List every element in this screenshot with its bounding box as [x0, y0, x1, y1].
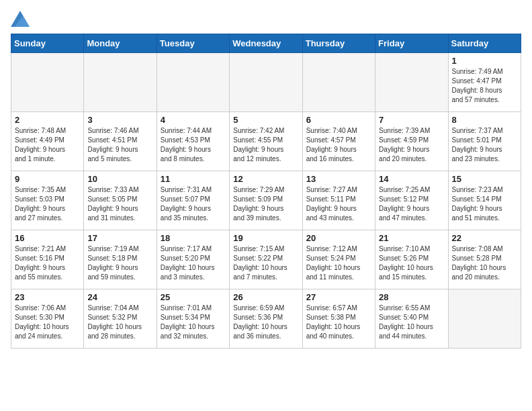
logo-icon	[11, 11, 30, 27]
day-info: Sunrise: 7:15 AM Sunset: 5:22 PM Dayligh…	[233, 244, 298, 282]
day-info: Sunrise: 7:21 AM Sunset: 5:16 PM Dayligh…	[15, 244, 80, 282]
day-cell: 2Sunrise: 7:48 AM Sunset: 4:49 PM Daylig…	[11, 112, 84, 171]
day-info: Sunrise: 7:10 AM Sunset: 5:26 PM Dayligh…	[379, 244, 444, 282]
day-cell: 1Sunrise: 7:49 AM Sunset: 4:47 PM Daylig…	[448, 53, 521, 112]
day-number: 3	[87, 115, 152, 125]
header-day-sunday: Sunday	[11, 34, 84, 53]
day-number: 6	[306, 115, 371, 125]
day-cell	[448, 289, 521, 349]
day-info: Sunrise: 7:33 AM Sunset: 5:05 PM Dayligh…	[87, 185, 152, 223]
day-info: Sunrise: 7:46 AM Sunset: 4:51 PM Dayligh…	[87, 126, 152, 164]
calendar-header: SundayMondayTuesdayWednesdayThursdayFrid…	[11, 34, 521, 53]
day-number: 10	[87, 174, 152, 184]
header-day-saturday: Saturday	[448, 34, 521, 53]
day-number: 4	[161, 115, 226, 125]
day-cell: 25Sunrise: 7:01 AM Sunset: 5:34 PM Dayli…	[157, 289, 229, 349]
day-cell: 4Sunrise: 7:44 AM Sunset: 4:53 PM Daylig…	[157, 112, 229, 171]
day-cell: 9Sunrise: 7:35 AM Sunset: 5:03 PM Daylig…	[11, 171, 84, 230]
day-info: Sunrise: 7:40 AM Sunset: 4:57 PM Dayligh…	[306, 126, 371, 164]
day-cell: 26Sunrise: 6:59 AM Sunset: 5:36 PM Dayli…	[230, 289, 302, 349]
day-cell	[375, 53, 448, 112]
page-header	[11, 11, 521, 27]
day-info: Sunrise: 7:49 AM Sunset: 4:47 PM Dayligh…	[452, 67, 517, 105]
day-info: Sunrise: 7:04 AM Sunset: 5:32 PM Dayligh…	[87, 304, 152, 341]
day-cell: 3Sunrise: 7:46 AM Sunset: 4:51 PM Daylig…	[84, 112, 157, 171]
logo	[11, 11, 32, 27]
day-info: Sunrise: 7:27 AM Sunset: 5:11 PM Dayligh…	[306, 185, 371, 223]
day-number: 24	[87, 292, 152, 302]
day-cell	[84, 53, 157, 112]
header-day-tuesday: Tuesday	[157, 34, 229, 53]
day-number: 27	[306, 292, 371, 302]
week-row-4: 23Sunrise: 7:06 AM Sunset: 5:30 PM Dayli…	[11, 289, 521, 349]
day-number: 11	[161, 174, 226, 184]
day-number: 7	[379, 115, 444, 125]
week-row-3: 16Sunrise: 7:21 AM Sunset: 5:16 PM Dayli…	[11, 230, 521, 289]
day-info: Sunrise: 7:19 AM Sunset: 5:18 PM Dayligh…	[87, 244, 152, 282]
day-number: 23	[15, 292, 80, 302]
day-cell: 22Sunrise: 7:08 AM Sunset: 5:28 PM Dayli…	[448, 230, 521, 289]
day-number: 16	[15, 233, 80, 243]
day-number: 15	[452, 174, 517, 184]
day-number: 21	[379, 233, 444, 243]
day-number: 19	[233, 233, 298, 243]
day-number: 5	[233, 115, 298, 125]
day-cell: 27Sunrise: 6:57 AM Sunset: 5:38 PM Dayli…	[302, 289, 375, 349]
week-row-2: 9Sunrise: 7:35 AM Sunset: 5:03 PM Daylig…	[11, 171, 521, 230]
day-info: Sunrise: 7:08 AM Sunset: 5:28 PM Dayligh…	[452, 244, 517, 282]
day-info: Sunrise: 7:48 AM Sunset: 4:49 PM Dayligh…	[15, 126, 80, 164]
day-cell: 13Sunrise: 7:27 AM Sunset: 5:11 PM Dayli…	[302, 171, 375, 230]
header-day-friday: Friday	[375, 34, 448, 53]
day-number: 2	[15, 115, 80, 125]
day-number: 13	[306, 174, 371, 184]
header-day-monday: Monday	[84, 34, 157, 53]
day-info: Sunrise: 7:44 AM Sunset: 4:53 PM Dayligh…	[161, 126, 226, 164]
day-number: 17	[87, 233, 152, 243]
day-info: Sunrise: 6:55 AM Sunset: 5:40 PM Dayligh…	[379, 304, 444, 341]
day-info: Sunrise: 6:57 AM Sunset: 5:38 PM Dayligh…	[306, 304, 371, 341]
day-info: Sunrise: 7:37 AM Sunset: 5:01 PM Dayligh…	[452, 126, 517, 164]
day-cell: 28Sunrise: 6:55 AM Sunset: 5:40 PM Dayli…	[375, 289, 448, 349]
day-cell: 6Sunrise: 7:40 AM Sunset: 4:57 PM Daylig…	[302, 112, 375, 171]
day-info: Sunrise: 7:42 AM Sunset: 4:55 PM Dayligh…	[233, 126, 298, 164]
day-cell: 19Sunrise: 7:15 AM Sunset: 5:22 PM Dayli…	[230, 230, 302, 289]
day-number: 25	[161, 292, 226, 302]
day-number: 9	[15, 174, 80, 184]
day-cell: 8Sunrise: 7:37 AM Sunset: 5:01 PM Daylig…	[448, 112, 521, 171]
day-number: 28	[379, 292, 444, 302]
day-cell: 12Sunrise: 7:29 AM Sunset: 5:09 PM Dayli…	[230, 171, 302, 230]
day-info: Sunrise: 7:39 AM Sunset: 4:59 PM Dayligh…	[379, 126, 444, 164]
day-info: Sunrise: 7:25 AM Sunset: 5:12 PM Dayligh…	[379, 185, 444, 223]
day-cell: 18Sunrise: 7:17 AM Sunset: 5:20 PM Dayli…	[157, 230, 229, 289]
week-row-0: 1Sunrise: 7:49 AM Sunset: 4:47 PM Daylig…	[11, 53, 521, 112]
day-cell	[302, 53, 375, 112]
day-cell: 11Sunrise: 7:31 AM Sunset: 5:07 PM Dayli…	[157, 171, 229, 230]
day-cell	[11, 53, 84, 112]
day-cell: 20Sunrise: 7:12 AM Sunset: 5:24 PM Dayli…	[302, 230, 375, 289]
day-number: 22	[452, 233, 517, 243]
calendar-table: SundayMondayTuesdayWednesdayThursdayFrid…	[11, 34, 521, 349]
day-cell: 10Sunrise: 7:33 AM Sunset: 5:05 PM Dayli…	[84, 171, 157, 230]
header-day-thursday: Thursday	[302, 34, 375, 53]
day-cell	[230, 53, 302, 112]
day-info: Sunrise: 7:23 AM Sunset: 5:14 PM Dayligh…	[452, 185, 517, 223]
header-day-wednesday: Wednesday	[230, 34, 302, 53]
day-number: 8	[452, 115, 517, 125]
day-cell: 5Sunrise: 7:42 AM Sunset: 4:55 PM Daylig…	[230, 112, 302, 171]
day-cell: 7Sunrise: 7:39 AM Sunset: 4:59 PM Daylig…	[375, 112, 448, 171]
calendar-body: 1Sunrise: 7:49 AM Sunset: 4:47 PM Daylig…	[11, 53, 521, 349]
day-info: Sunrise: 7:17 AM Sunset: 5:20 PM Dayligh…	[161, 244, 226, 282]
day-number: 26	[233, 292, 298, 302]
week-row-1: 2Sunrise: 7:48 AM Sunset: 4:49 PM Daylig…	[11, 112, 521, 171]
day-number: 12	[233, 174, 298, 184]
header-row: SundayMondayTuesdayWednesdayThursdayFrid…	[11, 34, 521, 53]
day-number: 18	[161, 233, 226, 243]
day-info: Sunrise: 6:59 AM Sunset: 5:36 PM Dayligh…	[233, 304, 298, 341]
day-cell: 24Sunrise: 7:04 AM Sunset: 5:32 PM Dayli…	[84, 289, 157, 349]
day-cell: 23Sunrise: 7:06 AM Sunset: 5:30 PM Dayli…	[11, 289, 84, 349]
day-info: Sunrise: 7:29 AM Sunset: 5:09 PM Dayligh…	[233, 185, 298, 223]
day-cell: 17Sunrise: 7:19 AM Sunset: 5:18 PM Dayli…	[84, 230, 157, 289]
day-info: Sunrise: 7:01 AM Sunset: 5:34 PM Dayligh…	[161, 304, 226, 341]
day-cell: 16Sunrise: 7:21 AM Sunset: 5:16 PM Dayli…	[11, 230, 84, 289]
day-info: Sunrise: 7:06 AM Sunset: 5:30 PM Dayligh…	[15, 304, 80, 341]
